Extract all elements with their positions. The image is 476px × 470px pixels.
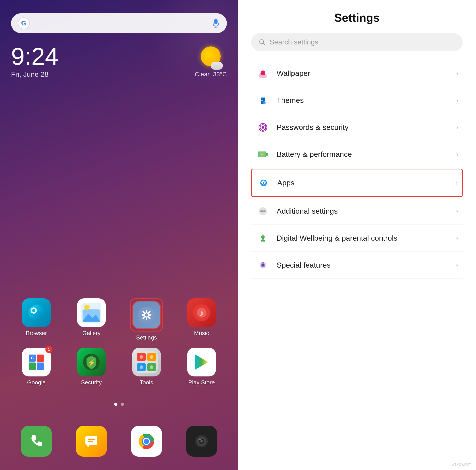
svg-point-85 [262,234,264,236]
app-tools[interactable]: Tools [124,348,169,386]
svg-point-6 [32,309,35,312]
playstore-icon [187,348,216,376]
wellbeing-label: Digital Wellbeing & parental controls [277,234,456,243]
themes-icon [255,93,270,108]
settings-label: Settings [136,334,157,341]
settings-icon [132,301,161,329]
app-browser[interactable]: Browser [14,298,58,341]
weather-icon [201,47,221,66]
search-settings-bar[interactable]: Search settings [251,33,463,51]
mic-icon[interactable] [211,18,220,29]
app-row-2: 1 G Google [9,348,229,386]
svg-rect-42 [88,441,93,442]
clock-time: 9:24 [11,44,58,68]
special-chevron: › [456,261,458,269]
svg-rect-74 [266,153,268,156]
browser-icon [22,298,51,327]
settings-item-wallpaper[interactable]: Wallpaper › [251,60,463,87]
settings-item-additional[interactable]: Additional settings › [251,198,463,225]
wallpaper-icon [255,66,270,81]
weather-info: Clear 33°C [195,71,227,78]
gallery-label: Gallery [82,330,101,337]
tools-label: Tools [140,379,153,386]
svg-text:⚡: ⚡ [87,359,96,367]
settings-panel: Settings Search settings Wallpaper › [238,0,476,470]
app-music[interactable]: ♪ Music [179,298,224,341]
wellbeing-chevron: › [456,234,458,242]
svg-point-67 [262,123,264,125]
additional-icon [255,204,270,218]
svg-point-70 [262,130,264,131]
google-search-bar[interactable]: G [11,13,227,33]
svg-point-36 [150,365,153,369]
svg-point-11 [84,305,90,310]
settings-item-apps[interactable]: Apps › [251,169,463,197]
watermark: wsxdn.com [452,462,472,467]
app-grid: Browser Gallery [0,298,238,393]
date-display: Fri, June 28 [11,70,58,79]
svg-rect-18 [149,314,151,316]
themes-label: Themes [277,96,456,105]
svg-point-54 [200,440,203,443]
app-playstore[interactable]: Play Store [179,348,224,386]
settings-item-wellbeing[interactable]: Digital Wellbeing & parental controls › [251,225,463,252]
svg-point-4 [29,305,44,321]
gallery-icon [77,298,106,327]
svg-point-49 [144,438,149,444]
svg-point-88 [262,264,264,267]
svg-point-69 [265,128,266,130]
app-gallery[interactable]: Gallery [69,298,114,341]
dock-phone[interactable] [21,426,52,457]
settings-item-special[interactable]: Special features › [251,252,463,279]
app-google[interactable]: 1 G Google [14,348,58,386]
svg-rect-41 [88,438,95,440]
svg-point-35 [140,365,143,369]
settings-item-passwords[interactable]: Passwords & security › [251,114,463,141]
wallpaper-label: Wallpaper [277,69,456,78]
app-settings-highlighted[interactable]: Settings [124,298,169,341]
wellbeing-icon [255,231,270,245]
svg-rect-15 [146,310,147,313]
search-placeholder: Search settings [270,38,318,46]
svg-rect-61 [261,99,265,99]
phone-home-screen: G 9:24 Fri, June 28 Clear 33°C [0,0,238,470]
security-icon: ⚡ [77,348,106,376]
additional-label: Additional settings [277,207,456,215]
svg-rect-16 [146,317,147,320]
settings-item-themes[interactable]: Themes › [251,87,463,114]
notification-badge: 1 [45,346,52,353]
dock-camera[interactable] [186,426,217,457]
app-security[interactable]: ⚡ Security [69,348,114,386]
svg-rect-60 [261,97,265,98]
apps-chevron: › [455,179,458,187]
svg-rect-39 [85,436,97,445]
weather-widget: Clear 33°C [195,47,227,78]
passwords-chevron: › [456,124,458,131]
dot-2 [121,403,124,406]
app-row-1: Browser Gallery [9,298,229,341]
apps-label: Apps [277,178,455,187]
music-icon: ♪ [187,298,216,327]
svg-line-57 [263,43,265,45]
dot-1 [114,403,117,406]
dock-messages[interactable] [76,426,107,457]
playstore-label: Play Store [188,379,215,386]
dock-chrome[interactable] [131,426,162,457]
svg-rect-62 [261,100,263,101]
page-dots [0,403,238,406]
svg-point-68 [265,125,266,127]
search-icon [259,39,266,46]
google-app-icon: 1 G [22,348,51,376]
svg-point-66 [262,126,264,129]
battery-icon: ⚡ [255,147,270,162]
wallpaper-chevron: › [456,70,458,77]
special-label: Special features [277,261,456,269]
bottom-dock [9,426,229,457]
browser-label: Browser [26,330,47,337]
svg-point-82 [262,210,264,212]
themes-chevron: › [456,97,458,104]
svg-point-71 [259,128,261,130]
music-label: Music [194,330,209,337]
svg-point-63 [263,101,266,104]
settings-item-battery[interactable]: ⚡ Battery & performance › [251,141,463,168]
